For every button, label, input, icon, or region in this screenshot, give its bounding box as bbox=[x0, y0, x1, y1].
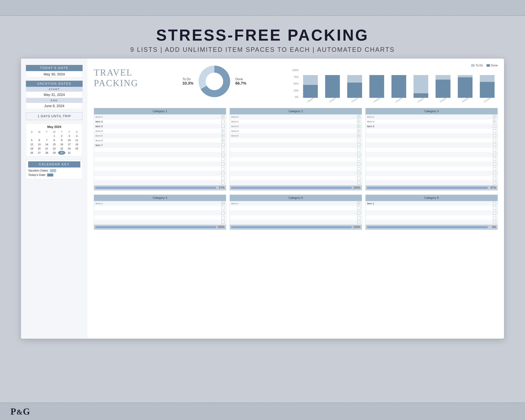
category-checkbox[interactable] bbox=[493, 125, 496, 128]
bar-group: Category 4 bbox=[366, 74, 387, 104]
done-labels: Done 66.7% bbox=[235, 77, 246, 85]
category-item-name: Item 2 bbox=[95, 120, 221, 123]
category-checkbox[interactable]: ✓ bbox=[221, 202, 225, 205]
calendar-key: CALENDAR KEY Vacation Dates Today's Date bbox=[26, 160, 83, 179]
category-checkbox[interactable] bbox=[493, 162, 496, 166]
category-row bbox=[366, 162, 497, 167]
category-checkbox[interactable] bbox=[357, 153, 360, 156]
category-checkbox[interactable]: ✓ bbox=[357, 120, 360, 123]
category-footer: 0% bbox=[366, 225, 497, 230]
category-checkbox[interactable]: ✓ bbox=[221, 129, 225, 132]
category-checkbox[interactable] bbox=[221, 120, 225, 123]
category-footer: 57% bbox=[94, 185, 226, 190]
category-checkbox[interactable] bbox=[493, 139, 496, 142]
category-checkbox[interactable] bbox=[357, 162, 360, 166]
category-checkbox[interactable]: ✓ bbox=[493, 120, 496, 123]
category-checkbox[interactable] bbox=[493, 221, 496, 224]
category-checkbox[interactable] bbox=[357, 216, 360, 219]
category-checkbox[interactable]: ✓ bbox=[357, 129, 360, 132]
category-row bbox=[366, 138, 497, 143]
calendar-day-cell: 20 bbox=[36, 147, 43, 150]
category-footer-bar bbox=[367, 226, 488, 228]
category-row: Item 1✓ bbox=[230, 114, 362, 119]
category-checkbox[interactable] bbox=[221, 148, 225, 151]
category-checkbox[interactable] bbox=[221, 162, 225, 166]
category-row: Item 1 bbox=[366, 201, 497, 206]
category-checkbox[interactable] bbox=[493, 181, 496, 185]
category-checkbox[interactable] bbox=[221, 181, 225, 185]
category-checkbox[interactable] bbox=[221, 167, 225, 170]
category-item-name: Item 3 bbox=[231, 125, 357, 128]
category-checkbox[interactable] bbox=[221, 206, 225, 210]
category-checkbox[interactable] bbox=[493, 216, 496, 219]
bar-done bbox=[303, 85, 318, 98]
category-row bbox=[366, 152, 497, 157]
category-checkbox[interactable] bbox=[357, 206, 360, 210]
category-checkbox[interactable]: ✓ bbox=[221, 139, 225, 142]
bar-group: Category 1 bbox=[300, 74, 321, 104]
category-checkbox[interactable] bbox=[221, 153, 225, 156]
bar-group: Category 9 bbox=[477, 74, 498, 104]
category-checkbox[interactable] bbox=[493, 143, 496, 147]
category-checkbox[interactable] bbox=[493, 134, 496, 137]
category-checkbox[interactable] bbox=[493, 129, 496, 132]
bar-stack bbox=[344, 74, 365, 98]
category-checkbox[interactable] bbox=[221, 172, 225, 175]
category-item-name: Item 2 bbox=[367, 120, 493, 123]
category-row bbox=[230, 171, 362, 176]
calendar-day-cell: 18 bbox=[73, 142, 80, 146]
calendar-day-cell: 1 bbox=[51, 134, 58, 138]
calendar-header-cell: F bbox=[66, 130, 73, 134]
category-checkbox[interactable] bbox=[357, 181, 360, 185]
category-row bbox=[94, 220, 226, 225]
category-checkbox[interactable] bbox=[221, 177, 225, 180]
category-item-name: Item 1 bbox=[95, 115, 221, 118]
category-checkbox[interactable] bbox=[221, 158, 225, 161]
category-checkbox[interactable] bbox=[221, 143, 225, 147]
category-checkbox[interactable] bbox=[357, 143, 360, 147]
calendar-day-cell: 11 bbox=[73, 138, 80, 142]
category-checkbox[interactable]: ✓ bbox=[221, 115, 225, 118]
category-checkbox[interactable] bbox=[221, 221, 225, 224]
category-footer: 100% bbox=[230, 185, 362, 190]
category-checkbox[interactable] bbox=[357, 211, 360, 214]
category-checkbox[interactable] bbox=[493, 153, 496, 156]
category-checkbox[interactable]: ✓ bbox=[357, 202, 360, 205]
category-checkbox[interactable] bbox=[493, 167, 496, 170]
calendar-day-cell bbox=[43, 134, 50, 138]
category-checkbox[interactable] bbox=[357, 172, 360, 175]
category-checkbox[interactable] bbox=[493, 211, 496, 214]
category-checkbox[interactable] bbox=[221, 216, 225, 219]
category-checkbox[interactable] bbox=[221, 211, 225, 214]
category-row bbox=[230, 138, 362, 143]
category-checkbox[interactable] bbox=[493, 148, 496, 151]
category-checkbox[interactable] bbox=[221, 125, 225, 128]
category-row bbox=[230, 167, 362, 171]
category-row bbox=[230, 152, 362, 157]
category-checkbox[interactable] bbox=[357, 148, 360, 151]
category-checkbox[interactable] bbox=[357, 221, 360, 224]
category-checkbox[interactable] bbox=[493, 177, 496, 180]
category-checkbox[interactable] bbox=[357, 139, 360, 142]
category-header: Category 4 bbox=[94, 195, 226, 201]
category-row bbox=[230, 157, 362, 162]
category-checkbox[interactable] bbox=[357, 158, 360, 161]
category-checkbox[interactable]: ✓ bbox=[357, 125, 360, 128]
category-checkbox[interactable]: ✓ bbox=[221, 134, 225, 137]
category-checkbox[interactable] bbox=[493, 206, 496, 210]
category-row bbox=[94, 171, 226, 176]
category-checkbox[interactable]: ✓ bbox=[493, 115, 496, 118]
category-checkbox[interactable] bbox=[357, 167, 360, 170]
bar-group: Category 5 bbox=[388, 74, 409, 104]
categories-row-1: Category 1Item 1✓Item 2Item 3Item 4✓Item… bbox=[94, 108, 498, 190]
category-checkbox[interactable] bbox=[493, 172, 496, 175]
bar-todo bbox=[480, 75, 495, 82]
calendar-header-cell: S bbox=[28, 130, 35, 134]
category-table: Category 2Item 1✓Item 2✓Item 3✓Item 4✓It… bbox=[230, 108, 362, 190]
category-checkbox[interactable] bbox=[493, 158, 496, 161]
category-row bbox=[366, 176, 497, 181]
category-checkbox[interactable] bbox=[493, 202, 496, 205]
category-checkbox[interactable]: ✓ bbox=[357, 115, 360, 118]
category-checkbox[interactable]: ✓ bbox=[357, 134, 360, 137]
category-checkbox[interactable] bbox=[357, 177, 360, 180]
